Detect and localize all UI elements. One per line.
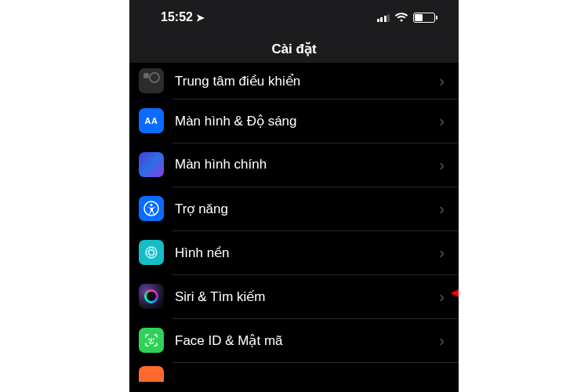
row-siri-search[interactable]: Siri & Tìm kiếm › (129, 274, 459, 318)
chevron-right-icon: › (439, 332, 445, 350)
control-center-icon (139, 68, 164, 93)
chevron-right-icon: › (439, 72, 445, 90)
display-icon: AA (139, 108, 164, 133)
status-time: 15:52 (161, 10, 193, 24)
svg-marker-4 (451, 281, 459, 305)
chevron-right-icon: › (439, 288, 445, 306)
row-faceid-passcode[interactable]: Face ID & Mật mã › (129, 318, 459, 362)
svg-point-2 (146, 247, 157, 258)
row-control-center[interactable]: Trung tâm điều khiển › (129, 63, 459, 99)
row-label: Trợ năng (175, 201, 439, 217)
row-home-screen[interactable]: Màn hình chính › (129, 143, 459, 187)
canvas: 15:52 ➤ Cài đặt Trung tâm điều khiển › A… (0, 0, 588, 392)
chevron-right-icon: › (439, 200, 445, 218)
settings-list[interactable]: Trung tâm điều khiển › AA Màn hình & Độ … (129, 63, 459, 392)
wallpaper-icon (139, 240, 164, 265)
chevron-right-icon: › (439, 112, 445, 130)
row-wallpaper[interactable]: Hình nền › (129, 230, 459, 274)
chevron-right-icon: › (439, 244, 445, 262)
tutorial-arrow-icon (451, 279, 459, 307)
row-label: Màn hình chính (175, 157, 439, 172)
chevron-right-icon: › (439, 156, 445, 174)
row-label: Siri & Tìm kiếm (175, 289, 439, 305)
status-bar: 15:52 ➤ (129, 0, 459, 34)
home-screen-icon (139, 152, 164, 177)
row-label: Màn hình & Độ sáng (175, 113, 439, 129)
svg-point-1 (150, 204, 152, 206)
page-title: Cài đặt (129, 41, 459, 57)
faceid-icon (139, 328, 164, 353)
row-label: Face ID & Mật mã (175, 332, 439, 349)
row-label: Hình nền (175, 245, 439, 261)
row-accessibility[interactable]: Trợ năng › (129, 187, 459, 230)
wifi-icon (394, 12, 408, 23)
battery-icon (413, 13, 435, 23)
row-display-brightness[interactable]: AA Màn hình & Độ sáng › (129, 99, 459, 143)
row-truncated[interactable] (129, 362, 459, 386)
sos-icon (139, 366, 164, 382)
location-icon: ➤ (196, 12, 205, 24)
phone-frame: 15:52 ➤ Cài đặt Trung tâm điều khiển › A… (129, 0, 459, 392)
cellular-icon (377, 13, 390, 22)
row-label: Trung tâm điều khiển (175, 73, 439, 89)
siri-icon (139, 284, 164, 309)
accessibility-icon (139, 196, 164, 221)
